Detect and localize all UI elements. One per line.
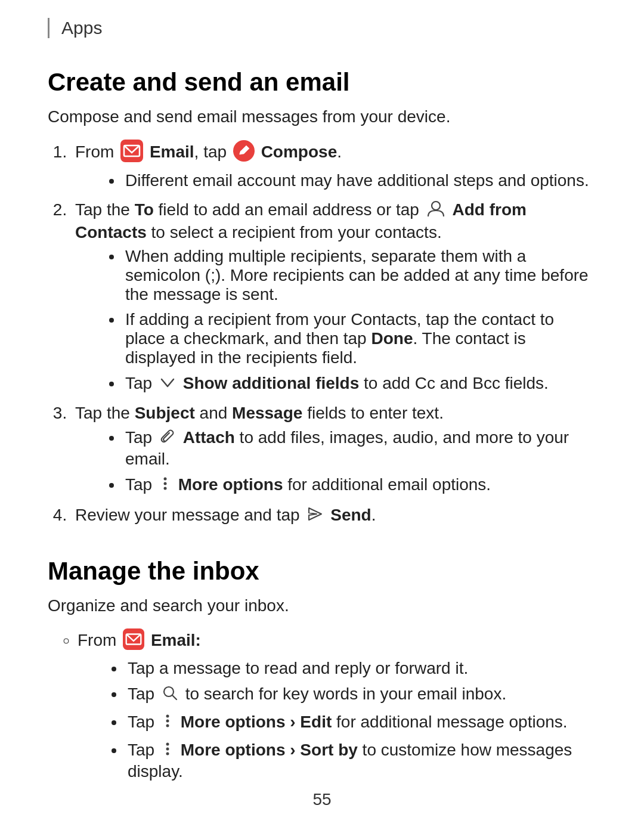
manage-from-item: From Email: Tap a message to read and re… — [78, 628, 596, 781]
step3-bullets: Tap Attach to add files, images, audio, … — [123, 428, 596, 497]
svg-point-7 — [163, 487, 166, 490]
manage-bullet3: Tap More options › Edit for additional m… — [125, 712, 596, 734]
page-number: 55 — [312, 790, 331, 809]
svg-point-17 — [166, 753, 169, 755]
step1-text: From Email, tap — [75, 143, 342, 161]
section2-intro: Organize and search your inbox. — [48, 596, 596, 615]
send-icon — [306, 505, 324, 527]
more-options-icon-2 — [161, 712, 174, 734]
svg-point-16 — [166, 748, 169, 751]
email-app-icon — [120, 140, 143, 166]
contacts-icon — [426, 199, 446, 223]
svg-point-6 — [163, 482, 166, 485]
step-4: Review your message and tap Send. — [72, 505, 596, 527]
section2-title: Manage the inbox — [48, 557, 596, 586]
svg-point-4 — [432, 202, 440, 210]
svg-point-13 — [166, 720, 169, 723]
step1-bullet1: Different email account may have additio… — [123, 171, 596, 190]
more-options-icon-3 — [161, 740, 174, 762]
step1-bullets: Different email account may have additio… — [123, 171, 596, 190]
manage-bullets: Tap a message to read and reply or forwa… — [125, 659, 596, 781]
step2-text: Tap the To field to add an email address… — [75, 200, 527, 241]
chevron-down-icon — [159, 373, 177, 395]
step3-bullet1: Tap Attach to add files, images, audio, … — [123, 428, 596, 469]
step-3: Tap the Subject and Message fields to en… — [72, 404, 596, 497]
attach-icon — [159, 428, 177, 450]
step2-bullet1: When adding multiple recipients, separat… — [123, 247, 596, 304]
svg-point-15 — [166, 743, 169, 746]
steps-list: From Email, tap — [72, 140, 596, 527]
breadcrumb: Apps — [48, 18, 596, 38]
section1-intro: Compose and send email messages from you… — [48, 107, 596, 126]
svg-point-14 — [166, 724, 169, 727]
step2-bullet2: If adding a recipient from your Contacts… — [123, 310, 596, 367]
step-1: From Email, tap — [72, 140, 596, 190]
step3-bullet2: Tap More options for additional email op… — [123, 475, 596, 497]
compose-app-icon — [233, 140, 255, 166]
svg-point-12 — [166, 715, 169, 718]
search-icon — [161, 684, 179, 706]
section-create-email: Create and send an email Compose and sen… — [48, 68, 596, 527]
svg-line-11 — [172, 695, 177, 699]
breadcrumb-text: Apps — [61, 18, 102, 38]
manage-bullet2: Tap to search for key words in your emai… — [125, 684, 596, 706]
step2-bullets: When adding multiple recipients, separat… — [123, 247, 596, 395]
more-options-icon — [159, 475, 172, 497]
section1-title: Create and send an email — [48, 68, 596, 97]
manage-from-text: From Email: — [78, 631, 201, 649]
email-app-icon-2 — [123, 628, 144, 654]
svg-point-5 — [163, 478, 166, 481]
manage-circle-list: From Email: Tap a message to read and re… — [78, 628, 596, 781]
step2-bullet3: Tap Show additional fields to add Cc and… — [123, 373, 596, 395]
step4-text: Review your message and tap Send. — [75, 506, 376, 524]
section-manage-inbox: Manage the inbox Organize and search you… — [48, 557, 596, 781]
manage-bullet1: Tap a message to read and reply or forwa… — [125, 659, 596, 678]
step3-text: Tap the Subject and Message fields to en… — [75, 404, 444, 422]
manage-bullet4: Tap More options › Sort by to customize … — [125, 740, 596, 781]
step-2: Tap the To field to add an email address… — [72, 199, 596, 395]
